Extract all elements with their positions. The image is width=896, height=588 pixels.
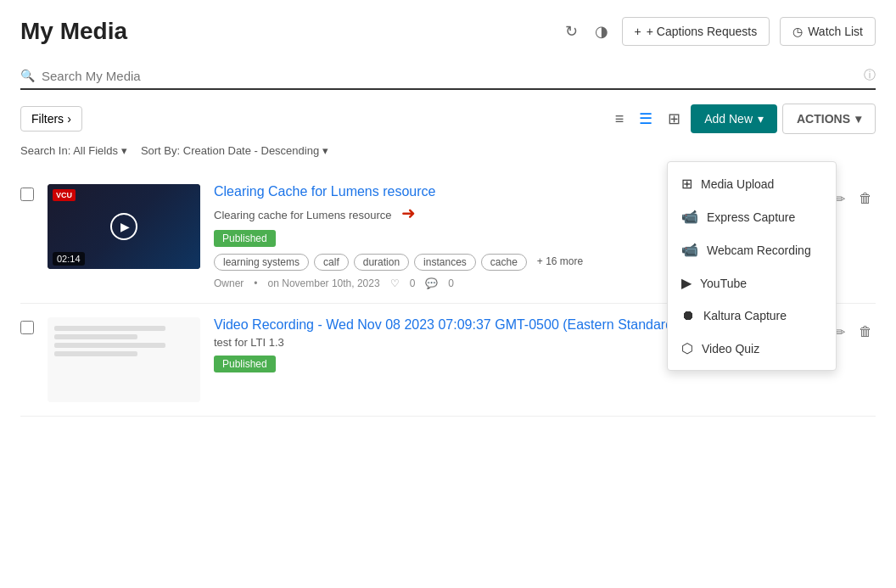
page-header: My Media ↻ ◑ + + Captions Requests ◷ Wat… xyxy=(20,17,876,46)
page-title: My Media xyxy=(20,18,127,45)
plus-icon: + xyxy=(635,25,641,38)
toolbar: Filters › ≡ ☰ ⊞ Add New ▾ ACTIONS ▾ xyxy=(20,104,876,134)
search-icon: 🔍 xyxy=(20,69,35,82)
vcu-badge: VCU xyxy=(53,189,76,201)
toolbar-right: ≡ ☰ ⊞ Add New ▾ ACTIONS ▾ xyxy=(610,104,876,134)
webcam-icon: 📹 xyxy=(681,242,698,258)
thumb-line-3 xyxy=(54,343,165,348)
menu-item-express-capture[interactable]: 📹 Express Capture xyxy=(668,200,836,233)
media-thumbnail: VCU 02:14 xyxy=(48,184,200,269)
likes-count: 0 xyxy=(410,277,416,289)
menu-item-webcam-recording[interactable]: 📹 Webcam Recording xyxy=(668,233,836,266)
search-input[interactable] xyxy=(42,69,857,83)
thumb-line-4 xyxy=(54,351,137,356)
header-actions: ↻ ◑ + + Captions Requests ◷ Watch List xyxy=(562,17,876,46)
grid-view-button[interactable]: ⊞ xyxy=(663,106,686,132)
tag-learning-systems[interactable]: learning systems xyxy=(214,254,309,271)
video-duration: 02:14 xyxy=(53,252,85,266)
sort-chevron-icon: ▾ xyxy=(322,144,328,157)
search-in-select[interactable]: Search In: All Fields ▾ xyxy=(20,144,127,157)
captions-requests-button[interactable]: + + Captions Requests xyxy=(622,17,770,46)
add-new-button[interactable]: Add New ▾ xyxy=(691,104,777,133)
item-checkbox[interactable] xyxy=(20,321,34,334)
clock-icon: ◷ xyxy=(792,25,803,38)
media-date: on November 10th, 2023 xyxy=(268,277,380,289)
chevron-right-icon: › xyxy=(67,112,71,126)
tag-instances[interactable]: instances xyxy=(414,254,476,271)
filter-row: Search In: All Fields ▾ Sort By: Creatio… xyxy=(20,144,876,157)
status-badge: Published xyxy=(214,356,276,372)
add-new-dropdown: ⊞ Media Upload 📹 Express Capture 📹 Webca… xyxy=(667,161,837,371)
list-view-button[interactable]: ☰ xyxy=(634,106,658,132)
arrow-indicator: ➜ xyxy=(401,203,416,223)
watch-list-button[interactable]: ◷ Watch List xyxy=(780,17,876,46)
owner-label: Owner xyxy=(214,277,244,289)
thumb-line-1 xyxy=(54,326,165,331)
delete-button[interactable]: 🗑 xyxy=(855,188,876,210)
media-thumbnail xyxy=(48,317,200,402)
tag-calf[interactable]: calf xyxy=(314,254,349,271)
menu-item-kaltura-capture[interactable]: ⏺ Kaltura Capture xyxy=(668,300,836,332)
tag-duration[interactable]: duration xyxy=(354,254,409,271)
menu-item-video-quiz[interactable]: ⬡ Video Quiz xyxy=(668,332,836,365)
filters-button[interactable]: Filters › xyxy=(20,106,82,132)
play-icon xyxy=(110,213,137,240)
cube-icon: ⬡ xyxy=(681,340,693,356)
info-icon: ⓘ xyxy=(864,68,876,83)
youtube-icon: ▶ xyxy=(681,275,692,291)
video-cam-icon: 📹 xyxy=(681,209,698,225)
toolbar-left: Filters › xyxy=(20,106,82,132)
date-separator: • xyxy=(254,277,257,289)
search-bar: 🔍 ⓘ xyxy=(20,63,876,90)
contrast-button[interactable]: ◑ xyxy=(591,19,612,44)
more-tags[interactable]: + 16 more xyxy=(532,254,588,271)
tag-cache[interactable]: cache xyxy=(481,254,527,271)
media-item-actions: ✏ 🗑 xyxy=(831,184,876,210)
compact-list-view-button[interactable]: ≡ xyxy=(610,107,630,132)
status-badge: Published xyxy=(214,230,276,247)
menu-item-media-upload[interactable]: ⊞ Media Upload xyxy=(668,167,836,200)
thumb-line-2 xyxy=(54,334,137,339)
grid-icon: ⊞ xyxy=(681,176,692,192)
sort-by-select[interactable]: Sort By: Creation Date - Descending ▾ xyxy=(141,144,328,157)
heart-icon: ♡ xyxy=(390,277,400,289)
delete-button[interactable]: 🗑 xyxy=(855,321,876,343)
actions-button[interactable]: ACTIONS ▾ xyxy=(782,104,876,134)
record-circle-icon: ⏺ xyxy=(681,308,695,323)
search-in-chevron-icon: ▾ xyxy=(121,144,127,157)
chevron-down-icon: ▾ xyxy=(758,112,764,126)
refresh-button[interactable]: ↻ xyxy=(562,19,581,44)
actions-chevron-down-icon: ▾ xyxy=(855,112,861,126)
menu-item-youtube[interactable]: ▶ YouTube xyxy=(668,266,836,300)
comment-icon: 💬 xyxy=(425,277,438,289)
comments-count: 0 xyxy=(448,277,454,289)
item-checkbox[interactable] xyxy=(20,188,34,201)
